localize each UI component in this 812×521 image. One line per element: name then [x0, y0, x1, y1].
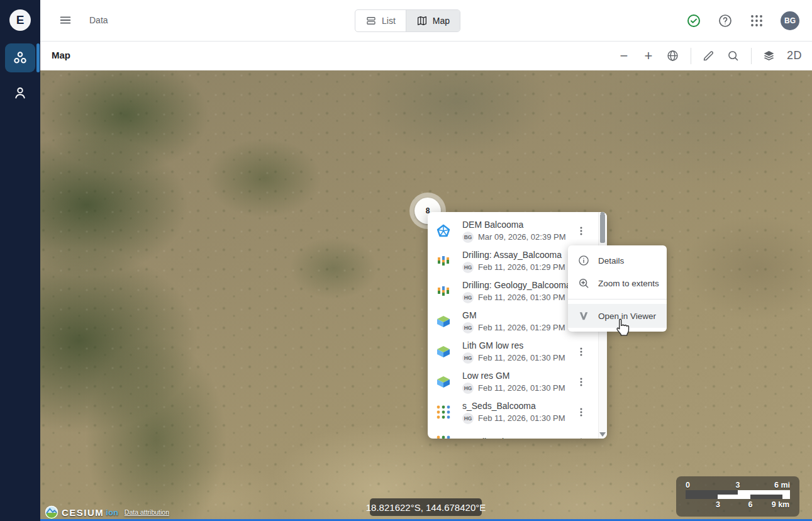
owner-badge: BG — [462, 232, 474, 243]
toggle-map-label: Map — [433, 16, 450, 26]
data-attribution-link[interactable]: Data attribution — [125, 508, 169, 516]
list-item[interactable]: DEM Balcooma BG Mar 09, 2026, 02:39 PM — [428, 216, 599, 246]
viewer-logo-icon — [577, 310, 590, 322]
kebab-menu-icon[interactable] — [575, 344, 587, 359]
item-title: s_Soil_Balcooma — [462, 437, 530, 439]
scale-label-3km: 3 — [716, 500, 720, 509]
block-model-icon — [436, 344, 451, 359]
list-item[interactable]: s_Soil_Balcooma — [428, 427, 599, 439]
header-actions: BG — [686, 0, 799, 41]
menu-item-label: Open in Viewer — [598, 311, 656, 321]
cesium-ion-label: ion — [106, 508, 118, 517]
cesium-logo-icon — [45, 505, 58, 519]
status-check-icon[interactable] — [686, 13, 701, 28]
toggle-list-button[interactable]: List — [355, 10, 406, 31]
menu-divider — [568, 299, 667, 300]
owner-badge: HG — [462, 413, 474, 424]
top-header: Data List Map — [40, 0, 812, 42]
view-toggle: List Map — [355, 9, 460, 32]
owner-badge: HG — [462, 262, 474, 273]
item-date: Feb 11, 2026, 01:30 PM — [478, 413, 565, 423]
draw-pencil-icon[interactable] — [702, 49, 716, 63]
item-title: Low res GM — [462, 371, 565, 381]
item-date: Feb 11, 2026, 01:30 PM — [478, 383, 565, 393]
app-root: E Data List — [0, 0, 812, 521]
item-date: Feb 11, 2026, 01:30 PM — [478, 353, 565, 362]
map-attribution: CESIUM ion Data attribution — [45, 505, 169, 519]
points-grid-icon — [436, 435, 451, 439]
points-grid-icon — [436, 405, 451, 420]
scale-bar-miles — [686, 490, 790, 495]
breadcrumb[interactable]: Data — [89, 15, 108, 25]
block-model-icon — [436, 314, 451, 329]
menu-item-label: Zoom to extents — [598, 279, 659, 288]
item-date: Feb 11, 2026, 01:29 PM — [478, 323, 565, 332]
app-logo-letter: E — [16, 13, 25, 27]
data-cluster-icon — [12, 50, 28, 66]
item-date: Feb 11, 2026, 01:30 PM — [478, 293, 565, 302]
cesium-brand: CESIUM — [62, 507, 104, 518]
map-canvas[interactable]: 8 — [40, 70, 812, 521]
scale-bar-km — [686, 495, 790, 499]
toggle-map-button[interactable]: Map — [406, 10, 460, 31]
item-date: Mar 09, 2026, 02:39 PM — [478, 232, 565, 242]
app-logo[interactable]: E — [9, 9, 31, 31]
menu-item-zoom-extents[interactable]: Zoom to extents — [568, 272, 667, 294]
kebab-menu-icon[interactable] — [575, 435, 587, 439]
item-title: Drilling: Assay_Balcooma — [462, 250, 565, 260]
scale-label-3mi: 3 — [736, 481, 740, 490]
menu-item-open-in-viewer[interactable]: Open in Viewer — [568, 304, 667, 328]
scrollbar-down-arrow[interactable] — [599, 432, 606, 437]
zoom-out-button[interactable]: − — [617, 49, 631, 63]
layers-icon[interactable] — [762, 49, 776, 63]
zoom-in-button[interactable]: + — [642, 49, 655, 63]
info-icon — [577, 254, 590, 267]
item-title: DEM Balcooma — [462, 220, 565, 230]
map-toolbar: Map − + — [40, 42, 812, 70]
sidebar-active-indicator — [36, 43, 40, 72]
avatar[interactable]: BG — [781, 11, 799, 30]
scrollbar-thumb[interactable] — [600, 214, 605, 243]
terrain-texture — [40, 70, 812, 521]
sidebar-item-data[interactable] — [5, 43, 35, 72]
scale-label-6mi: 6 mi — [774, 481, 790, 490]
map-view-icon — [416, 15, 428, 26]
globe-icon[interactable] — [666, 49, 680, 63]
owner-badge: HG — [462, 322, 474, 333]
map-scale-bar: 0 3 6 mi 3 6 9 km — [676, 476, 799, 517]
toolbar-divider — [751, 48, 752, 64]
help-icon[interactable] — [718, 13, 733, 28]
item-title: s_Seds_Balcooma — [462, 401, 565, 411]
dem-surface-icon — [436, 223, 451, 238]
zoom-extents-icon — [577, 277, 590, 289]
dimension-toggle-button[interactable]: 2D — [787, 49, 802, 63]
scale-label-6km: 6 — [748, 500, 752, 509]
user-icon — [12, 85, 28, 101]
drilling-icon — [436, 284, 451, 299]
sidebar: E — [0, 0, 40, 521]
map-tools: − + — [617, 42, 802, 70]
scale-label-0: 0 — [686, 481, 690, 490]
menu-icon[interactable] — [58, 13, 72, 27]
kebab-menu-icon[interactable] — [575, 374, 587, 389]
search-icon[interactable] — [726, 49, 740, 63]
block-model-icon — [436, 374, 451, 389]
menu-item-details[interactable]: Details — [568, 249, 667, 272]
item-title: Lith GM low res — [462, 340, 565, 350]
page-title: Map — [52, 50, 70, 60]
sidebar-item-user[interactable] — [10, 83, 30, 103]
item-title: GM — [462, 310, 565, 320]
drilling-icon — [436, 254, 451, 269]
coordinates-readout: 18.821622°S, 144.678420°E — [370, 498, 482, 516]
item-context-menu: Details Zoom to extents Open in Viewer — [568, 245, 667, 332]
menu-item-label: Details — [598, 256, 624, 266]
apps-grid-icon[interactable] — [749, 13, 764, 28]
kebab-menu-icon[interactable] — [575, 223, 587, 238]
owner-badge: HG — [462, 292, 474, 303]
list-item[interactable]: Lith GM low res HG Feb 11, 2026, 01:30 P… — [428, 337, 599, 367]
toggle-list-label: List — [382, 16, 396, 26]
list-item[interactable]: s_Seds_Balcooma HG Feb 11, 2026, 01:30 P… — [428, 397, 599, 427]
list-item[interactable]: Low res GM HG Feb 11, 2026, 01:30 PM — [428, 367, 599, 397]
owner-badge: HG — [462, 383, 474, 394]
kebab-menu-icon[interactable] — [575, 405, 587, 420]
